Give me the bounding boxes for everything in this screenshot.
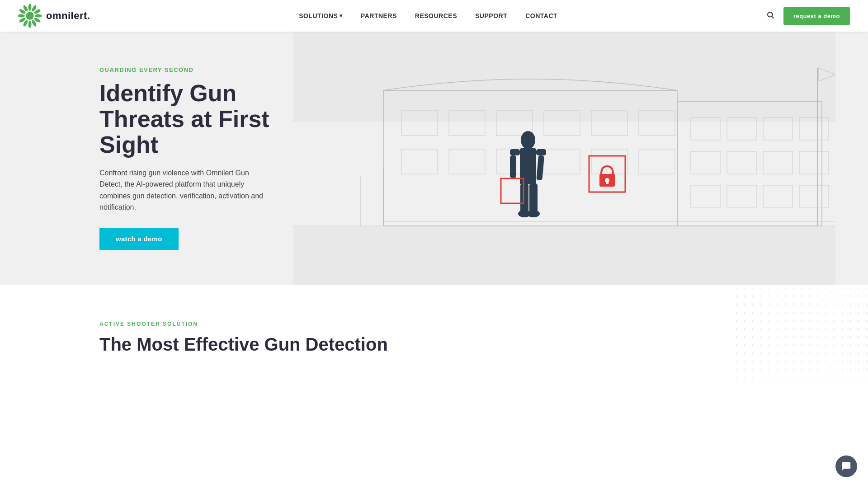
svg-point-3 [35, 14, 42, 18]
hero-background [260, 32, 868, 285]
nav-item-solutions[interactable]: SOLUTIONS [299, 12, 343, 19]
svg-rect-65 [606, 180, 609, 184]
request-demo-button[interactable]: request a demo [783, 7, 850, 25]
svg-rect-54 [536, 149, 546, 155]
svg-point-60 [527, 210, 540, 217]
svg-point-0 [28, 4, 32, 11]
nav-item-partners[interactable]: PARTNERS [361, 12, 397, 20]
hero-title: Identify Gun Threats at First Sight [99, 80, 271, 158]
svg-rect-55 [510, 155, 516, 178]
svg-point-13 [768, 12, 773, 17]
svg-rect-57 [520, 183, 528, 213]
svg-rect-17 [293, 226, 835, 285]
svg-point-9 [18, 14, 25, 18]
svg-rect-53 [510, 149, 520, 155]
hero-description: Confront rising gun violence with Omnile… [99, 167, 271, 213]
nav-link-resources[interactable]: RESOURCES [415, 12, 457, 19]
logo-text: omnilert. [46, 10, 90, 22]
omnilert-logo-icon [18, 4, 42, 28]
dot-pattern-bottom-right [732, 292, 868, 382]
svg-point-12 [26, 12, 33, 19]
hero-content: GUARDING EVERY SECOND Identify Gun Threa… [0, 39, 271, 277]
hero-eyebrow: GUARDING EVERY SECOND [99, 66, 271, 73]
nav-item-resources[interactable]: RESOURCES [415, 12, 457, 20]
svg-rect-16 [293, 32, 835, 122]
svg-rect-58 [529, 183, 538, 213]
second-section-title: The Most Effective Gun Detection [99, 333, 769, 355]
nav-link-support[interactable]: SUPPORT [475, 12, 507, 19]
watch-demo-button[interactable]: watch a demo [99, 228, 179, 250]
nav-links: SOLUTIONS PARTNERS RESOURCES SUPPORT CON… [299, 12, 557, 20]
svg-point-51 [521, 131, 535, 149]
svg-line-14 [772, 16, 774, 18]
nav-item-support[interactable]: SUPPORT [475, 12, 507, 20]
nav-right: request a demo [766, 7, 850, 25]
navbar: omnilert. SOLUTIONS PARTNERS RESOURCES S… [0, 0, 868, 32]
building-illustration [260, 32, 868, 285]
logo[interactable]: omnilert. [18, 4, 90, 28]
nav-link-contact[interactable]: CONTACT [525, 12, 557, 19]
nav-item-contact[interactable]: CONTACT [525, 12, 557, 20]
search-icon [766, 11, 774, 19]
svg-point-6 [28, 21, 32, 28]
second-section: ACTIVE SHOOTER SOLUTION The Most Effecti… [0, 285, 868, 382]
search-button[interactable] [766, 11, 774, 21]
second-section-eyebrow: ACTIVE SHOOTER SOLUTION [99, 321, 769, 327]
hero-section: GUARDING EVERY SECOND Identify Gun Threa… [0, 32, 868, 285]
nav-link-solutions[interactable]: SOLUTIONS [299, 12, 343, 19]
nav-link-partners[interactable]: PARTNERS [361, 12, 397, 19]
